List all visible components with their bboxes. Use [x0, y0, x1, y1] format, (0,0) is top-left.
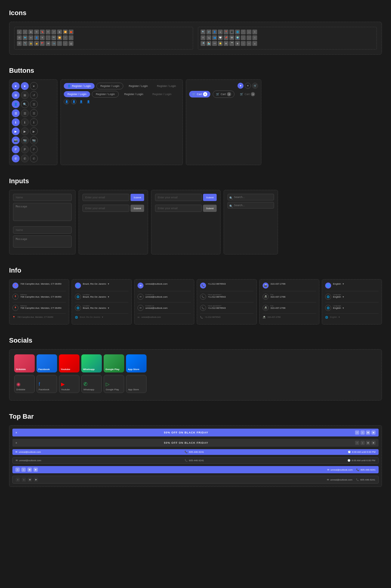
- social-googleplay-outline[interactable]: ▷ Google Play: [104, 375, 124, 393]
- register-btn-ghost4[interactable]: Register / Login: [149, 91, 175, 97]
- circle-btn-3[interactable]: ♥: [30, 82, 38, 90]
- message-textarea-1[interactable]: [13, 203, 72, 221]
- topbar-fb-left-2[interactable]: f: [16, 478, 20, 482]
- icon-lock[interactable]: 🔒: [28, 41, 33, 46]
- wishlist-icon-filled[interactable]: ♥: [238, 83, 244, 89]
- icon-phone[interactable]: 📞: [46, 35, 50, 40]
- circle-btn-21[interactable]: 📷: [30, 136, 38, 144]
- icon-power[interactable]: ⏻: [69, 41, 73, 46]
- icon-minus[interactable]: −: [247, 35, 251, 40]
- icon-profile[interactable]: 👓: [212, 41, 217, 46]
- icon-users[interactable]: 👥: [212, 35, 217, 40]
- circle-btn-11[interactable]: ☰: [21, 109, 29, 117]
- icon-facebook[interactable]: f: [23, 30, 27, 34]
- social-facebook-outline[interactable]: f Facebook: [37, 375, 57, 393]
- topbar-fb-left-1[interactable]: f: [15, 468, 20, 472]
- icon-user[interactable]: 👤: [34, 35, 39, 40]
- icon-bookmark[interactable]: 🔖: [40, 30, 45, 34]
- topbar-yt-left-2[interactable]: ▶: [34, 478, 38, 482]
- circle-btn-22[interactable]: P: [12, 145, 20, 153]
- cart-btn-filled[interactable]: 🛒 Cart 0: [189, 91, 210, 97]
- topbar-tw-left-2[interactable]: t: [22, 478, 26, 482]
- circle-btn-18[interactable]: ▶: [30, 127, 38, 135]
- icon-store[interactable]: 🏪: [206, 41, 211, 46]
- icon-camera[interactable]: 📷: [51, 35, 56, 40]
- circle-btn-5[interactable]: ⊞: [21, 91, 29, 99]
- icon-bag[interactable]: 🛍: [206, 35, 211, 40]
- lang-dropdown-2[interactable]: ▼: [342, 296, 344, 298]
- lang-dropdown-4[interactable]: ▼: [338, 316, 340, 318]
- icon-music[interactable]: 🎵: [57, 41, 62, 46]
- topbar-close-2[interactable]: ×: [15, 441, 17, 445]
- topbar-yt-left-1[interactable]: ▶: [34, 468, 38, 472]
- circle-btn-15[interactable]: ℹ: [30, 118, 38, 126]
- circle-btn-10[interactable]: ☰: [12, 109, 20, 117]
- name-input-1[interactable]: [13, 194, 72, 201]
- social-dribbble-filled[interactable]: Dribbble: [14, 354, 35, 372]
- icon-check[interactable]: ✓: [63, 35, 68, 40]
- location-dropdown-2[interactable]: ▼: [108, 296, 110, 298]
- topbar-ig-left-2[interactable]: ◉: [28, 478, 32, 482]
- circle-btn-7[interactable]: 👤: [12, 100, 20, 108]
- icon-fax[interactable]: 📠: [229, 41, 234, 46]
- cart-btn-outline[interactable]: 🛒 Cart 3: [213, 91, 234, 98]
- icon-grid[interactable]: ⊞: [17, 35, 22, 40]
- register-btn-outline[interactable]: Register / Login: [96, 83, 123, 89]
- icon-flag[interactable]: 🚩: [40, 41, 45, 46]
- topbar-social-ig-2[interactable]: ◉: [366, 441, 370, 445]
- icon-warning[interactable]: ⚠: [252, 35, 257, 40]
- search-input-2[interactable]: [228, 202, 274, 209]
- email-input-4[interactable]: [155, 205, 202, 212]
- social-youtube-outline[interactable]: ▶ Youtube: [59, 375, 79, 393]
- icon-up[interactable]: ↑: [241, 41, 246, 46]
- message-textarea-2[interactable]: [13, 235, 72, 248]
- email-input-1[interactable]: [82, 194, 129, 201]
- social-whatsapp-filled[interactable]: Whatsapp: [81, 354, 102, 372]
- icon-arrow[interactable]: →: [63, 41, 68, 46]
- social-appstore-outline[interactable]: App Store: [126, 375, 147, 393]
- location-dropdown[interactable]: ▼: [108, 283, 110, 285]
- submit-btn-4[interactable]: Submit: [203, 205, 217, 212]
- lang-dropdown-1[interactable]: ▼: [342, 283, 344, 285]
- icon-star2[interactable]: ⭐: [218, 41, 223, 46]
- icon-heart2[interactable]: 🤍: [218, 35, 223, 40]
- icon-phone2[interactable]: 📱: [229, 30, 234, 34]
- icon-call[interactable]: ☎: [229, 35, 234, 40]
- social-youtube-filled[interactable]: Youtube: [59, 354, 79, 372]
- social-whatsapp-outline[interactable]: ✆ Whatsapp: [81, 375, 102, 393]
- location-dropdown-4[interactable]: ▼: [102, 316, 104, 318]
- icon-zoom[interactable]: 🔎: [201, 41, 205, 46]
- topbar-social-fb[interactable]: f: [355, 430, 359, 435]
- icon-instagram[interactable]: 📷: [23, 41, 27, 46]
- circle-btn-27[interactable]: ✆: [30, 155, 38, 162]
- icon-eye[interactable]: 👁: [28, 35, 33, 40]
- topbar-social-ig[interactable]: ◉: [366, 430, 370, 435]
- icon-message[interactable]: ✉: [46, 30, 50, 34]
- topbar-tw-left-1[interactable]: t: [21, 468, 26, 472]
- register-btn-filled-icon[interactable]: 👤 Register / Login: [64, 83, 95, 89]
- social-appstore-filled[interactable]: App Store: [126, 354, 147, 372]
- icon-down[interactable]: ↓: [241, 35, 246, 40]
- icon-chevron[interactable]: ˅: [241, 30, 246, 34]
- icon-person[interactable]: 🧑: [34, 41, 39, 46]
- lang-dropdown-3[interactable]: ▼: [342, 307, 344, 309]
- icon-info[interactable]: ℹ: [252, 30, 257, 34]
- topbar-close-1[interactable]: ×: [15, 431, 17, 434]
- icon-marker[interactable]: ◉: [224, 41, 228, 46]
- register-btn-2[interactable]: Register / Login: [64, 91, 90, 97]
- social-facebook-filled[interactable]: Facebook: [37, 354, 57, 372]
- topbar-social-tw-2[interactable]: t: [360, 441, 365, 445]
- icon-forward[interactable]: ⏩: [57, 35, 62, 40]
- topbar-social-yt-2[interactable]: ▶: [371, 441, 376, 445]
- email-input-2[interactable]: [82, 205, 129, 212]
- circle-btn-9[interactable]: ☰: [30, 100, 38, 108]
- icon-dot2[interactable]: ●: [252, 41, 257, 46]
- icon-share[interactable]: ↗: [51, 30, 56, 34]
- email-input-3[interactable]: [155, 194, 202, 201]
- register-btn-ghost2[interactable]: Register / Login: [153, 83, 179, 89]
- circle-btn-17[interactable]: ▶: [21, 127, 29, 135]
- icon-globe[interactable]: 🌐: [235, 30, 240, 34]
- icon-web[interactable]: 🌍: [235, 35, 240, 40]
- icon-x[interactable]: ×: [247, 41, 251, 46]
- circle-btn-24[interactable]: P: [30, 145, 38, 153]
